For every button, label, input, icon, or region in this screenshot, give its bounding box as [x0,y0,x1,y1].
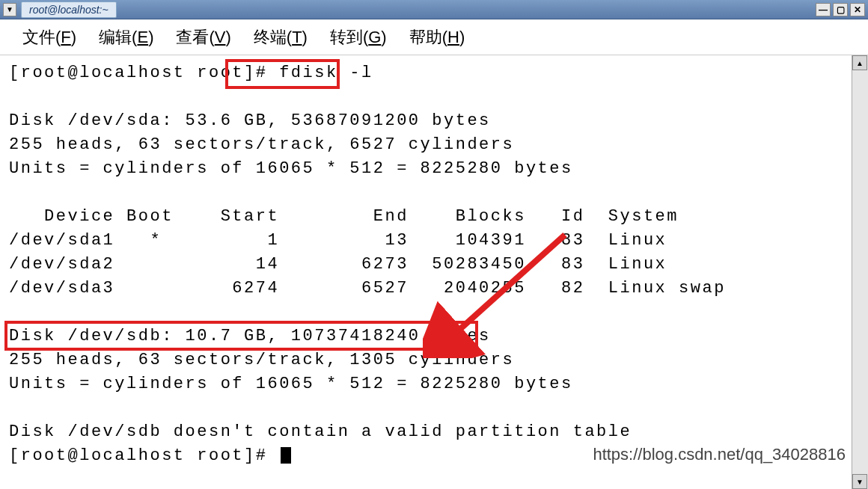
titlebar-left-group: ▼ root@localhost:~ [3,1,117,18]
sdb-empty-line: Disk /dev/sdb doesn't contain a valid pa… [9,422,632,441]
prompt-end: [root@localhost root]# [9,446,279,465]
maximize-button[interactable]: ▢ [833,3,848,16]
watermark-text: https://blog.csdn.net/qq_34028816 [593,443,846,467]
prompt-line: [root@localhost root]# fdisk -l [9,64,373,82]
dropdown-icon[interactable]: ▼ [3,3,16,16]
partition-row-sda1: /dev/sda1 * 1 13 104391 83 Linux [9,231,667,250]
menu-view[interactable]: 查看(V) [176,26,230,49]
sda-heads-line: 255 heads, 63 sectors/track, 6527 cylind… [9,135,514,154]
disk-sda-line: Disk /dev/sda: 53.6 GB, 53687091200 byte… [9,111,491,130]
partition-table-header: Device Boot Start End Blocks Id System [9,207,679,226]
menu-help[interactable]: 帮助(H) [409,26,465,49]
sda-units-line: Units = cylinders of 16065 * 512 = 82252… [9,159,573,178]
disk-sdb-line: Disk /dev/sdb: 10.7 GB, 10737418240 byte… [9,327,491,345]
window-title: root@localhost:~ [21,1,117,18]
sdb-units-line: Units = cylinders of 16065 * 512 = 82252… [9,375,573,393]
minimize-button[interactable]: — [816,3,831,16]
cursor-icon [281,447,291,464]
scrollbar-down-icon[interactable]: ▼ [852,474,867,489]
menu-go[interactable]: 转到(G) [330,26,387,49]
scrollbar[interactable]: ▲ ▼ [852,55,868,489]
window-controls: — ▢ ✕ [816,3,865,16]
close-button[interactable]: ✕ [850,3,865,16]
menu-file[interactable]: 文件(F) [22,26,76,49]
titlebar: ▼ root@localhost:~ — ▢ ✕ [0,0,868,19]
terminal-area: [root@localhost root]# fdisk -l Disk /de… [0,55,868,489]
terminal-content[interactable]: [root@localhost root]# fdisk -l Disk /de… [0,55,852,489]
sdb-heads-line: 255 heads, 63 sectors/track, 1305 cylind… [9,351,514,369]
partition-row-sda2: /dev/sda2 14 6273 50283450 83 Linux [9,255,667,274]
scrollbar-up-icon[interactable]: ▲ [852,55,867,70]
partition-row-sda3: /dev/sda3 6274 6527 2040255 82 Linux swa… [9,279,726,298]
menu-edit[interactable]: 编辑(E) [99,26,153,49]
menubar: 文件(F) 编辑(E) 查看(V) 终端(T) 转到(G) 帮助(H) [0,19,868,55]
menu-terminal[interactable]: 终端(T) [254,26,308,49]
